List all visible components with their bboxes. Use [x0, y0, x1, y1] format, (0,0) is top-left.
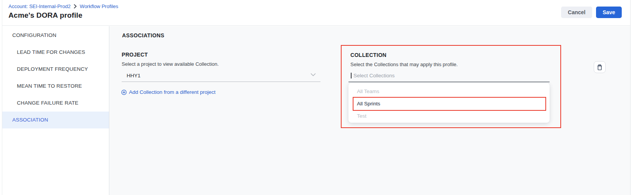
cancel-button[interactable]: Cancel	[561, 7, 592, 18]
workflow-profile-page: Account: SEI-Internal-Prod2 Workflow Pro…	[0, 0, 644, 195]
breadcrumb-account-link[interactable]: Account: SEI-Internal-Prod2	[8, 3, 71, 9]
collections-multiselect-input[interactable]: Select Collections	[353, 73, 395, 79]
sidebar-item-deployment-frequency[interactable]: DEPLOYMENT FREQUENCY	[2, 61, 109, 78]
trash-icon	[597, 64, 603, 70]
project-section-description: Select a project to view available Colle…	[122, 61, 219, 67]
project-selected-value: HHY1	[127, 70, 140, 82]
delete-association-button[interactable]	[594, 61, 606, 73]
breadcrumb-chevron-icon	[74, 4, 77, 8]
page-title: Acme's DORA profile	[8, 10, 83, 20]
profile-sections-sidebar: CONFIGURATION LEAD TIME FOR CHANGES DEPL…	[2, 26, 109, 195]
breadcrumb: Account: SEI-Internal-Prod2 Workflow Pro…	[8, 3, 118, 9]
page-margin	[631, 0, 644, 195]
collection-option-all-sprints[interactable]: All Sprints	[348, 98, 550, 110]
add-collection-link-label: Add Collection from a different project	[129, 89, 216, 95]
right-frame-border	[630, 0, 631, 195]
sidebar-item-mean-time-to-restore[interactable]: MEAN TIME TO RESTORE	[2, 78, 109, 95]
sidebar-item-lead-time-for-changes[interactable]: LEAD TIME FOR CHANGES	[2, 44, 109, 61]
text-cursor	[351, 73, 352, 78]
page-header: Account: SEI-Internal-Prod2 Workflow Pro…	[2, 0, 630, 26]
project-section-title: PROJECT	[122, 52, 148, 58]
association-content: ASSOCIATIONS PROJECT Select a project to…	[110, 26, 630, 195]
collections-input-underline	[348, 82, 550, 82]
circle-plus-icon	[121, 90, 127, 95]
chevron-down-icon	[310, 73, 316, 77]
collection-option-all-teams[interactable]: All Teams	[348, 85, 550, 98]
add-collection-from-project-link[interactable]: Add Collection from a different project	[121, 89, 216, 95]
save-button[interactable]: Save	[596, 7, 622, 18]
collections-dropdown-menu: All Teams All Sprints Test	[348, 83, 550, 123]
sidebar-item-configuration[interactable]: CONFIGURATION	[2, 27, 109, 44]
collection-option-test[interactable]: Test	[348, 110, 550, 122]
collection-section-title: COLLECTION	[350, 52, 386, 58]
left-frame-border	[2, 0, 2, 195]
breadcrumb-workflow-profiles-link[interactable]: Workflow Profiles	[80, 3, 118, 9]
sidebar-item-change-failure-rate[interactable]: CHANGE FAILURE RATE	[2, 95, 109, 112]
collection-section-description: Select the Collections that may apply th…	[350, 62, 458, 68]
sidebar-item-association[interactable]: ASSOCIATION	[2, 112, 109, 128]
project-select-dropdown[interactable]: HHY1	[122, 70, 320, 82]
associations-heading: ASSOCIATIONS	[122, 32, 164, 38]
